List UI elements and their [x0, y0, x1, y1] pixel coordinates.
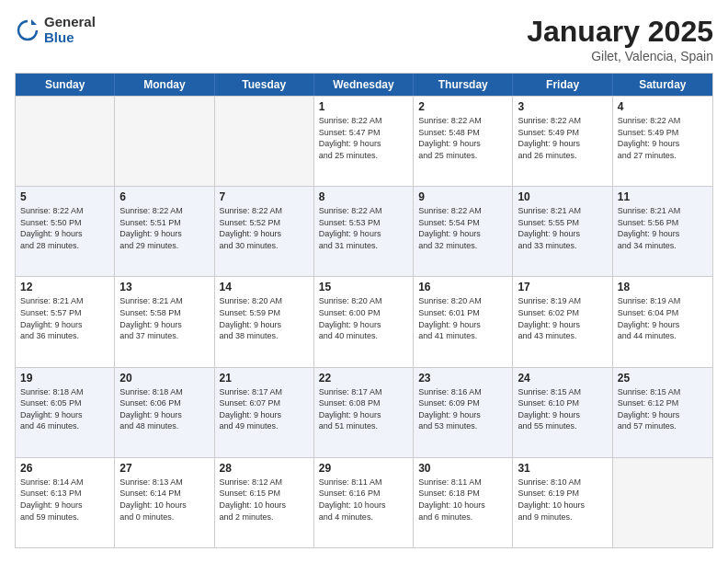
calendar-row-2: 12Sunrise: 8:21 AM Sunset: 5:57 PM Dayli…: [16, 276, 712, 366]
cell-info: Sunrise: 8:21 AM Sunset: 5:55 PM Dayligh…: [518, 205, 607, 251]
table-row: 13Sunrise: 8:21 AM Sunset: 5:58 PM Dayli…: [115, 277, 214, 366]
cell-info: Sunrise: 8:19 AM Sunset: 6:04 PM Dayligh…: [618, 295, 708, 341]
cell-info: Sunrise: 8:15 AM Sunset: 6:10 PM Dayligh…: [518, 386, 607, 432]
day-number: 14: [220, 281, 309, 293]
table-row: 29Sunrise: 8:11 AM Sunset: 6:16 PM Dayli…: [314, 458, 414, 547]
table-row: 17Sunrise: 8:19 AM Sunset: 6:02 PM Dayli…: [513, 277, 612, 366]
cell-info: Sunrise: 8:14 AM Sunset: 6:13 PM Dayligh…: [20, 477, 109, 523]
day-number: 22: [319, 372, 408, 385]
day-number: 18: [618, 281, 708, 293]
calendar-title: January 2025: [527, 15, 713, 49]
cell-info: Sunrise: 8:22 AM Sunset: 5:54 PM Dayligh…: [418, 205, 507, 251]
table-row: 1Sunrise: 8:22 AM Sunset: 5:47 PM Daylig…: [314, 97, 414, 186]
header-wednesday: Wednesday: [314, 74, 414, 96]
table-row: 9Sunrise: 8:22 AM Sunset: 5:54 PM Daylig…: [414, 187, 513, 276]
day-number: 24: [518, 372, 607, 385]
cell-info: Sunrise: 8:22 AM Sunset: 5:48 PM Dayligh…: [418, 115, 507, 161]
calendar-row-3: 19Sunrise: 8:18 AM Sunset: 6:05 PM Dayli…: [16, 367, 712, 457]
day-number: 25: [618, 372, 708, 385]
day-number: 6: [119, 190, 209, 203]
day-number: 26: [20, 462, 109, 475]
day-number: 13: [119, 281, 209, 293]
table-row: 19Sunrise: 8:18 AM Sunset: 6:05 PM Dayli…: [16, 368, 115, 457]
logo: General Blue: [15, 15, 96, 45]
table-row: 10Sunrise: 8:21 AM Sunset: 5:55 PM Dayli…: [513, 187, 612, 276]
table-row: 30Sunrise: 8:11 AM Sunset: 6:18 PM Dayli…: [414, 458, 513, 547]
calendar-body: 1Sunrise: 8:22 AM Sunset: 5:47 PM Daylig…: [16, 96, 712, 547]
cell-info: Sunrise: 8:18 AM Sunset: 6:05 PM Dayligh…: [20, 386, 109, 432]
table-row: [613, 458, 712, 547]
table-row: 6Sunrise: 8:22 AM Sunset: 5:51 PM Daylig…: [115, 187, 214, 276]
day-number: 3: [518, 100, 607, 113]
cell-info: Sunrise: 8:22 AM Sunset: 5:50 PM Dayligh…: [20, 205, 109, 251]
table-row: 24Sunrise: 8:15 AM Sunset: 6:10 PM Dayli…: [513, 368, 612, 457]
cell-info: Sunrise: 8:22 AM Sunset: 5:49 PM Dayligh…: [618, 115, 708, 161]
cell-info: Sunrise: 8:20 AM Sunset: 5:59 PM Dayligh…: [220, 295, 309, 341]
calendar-header: Sunday Monday Tuesday Wednesday Thursday…: [16, 74, 712, 96]
header-monday: Monday: [115, 74, 214, 96]
day-number: 11: [618, 190, 708, 203]
calendar-row-0: 1Sunrise: 8:22 AM Sunset: 5:47 PM Daylig…: [16, 96, 712, 186]
table-row: 25Sunrise: 8:15 AM Sunset: 6:12 PM Dayli…: [613, 368, 712, 457]
calendar-row-1: 5Sunrise: 8:22 AM Sunset: 5:50 PM Daylig…: [16, 186, 712, 276]
day-number: 19: [20, 372, 109, 385]
cell-info: Sunrise: 8:11 AM Sunset: 6:16 PM Dayligh…: [319, 477, 408, 523]
calendar-subtitle: Gilet, Valencia, Spain: [527, 49, 713, 63]
day-number: 23: [418, 372, 507, 385]
table-row: 8Sunrise: 8:22 AM Sunset: 5:53 PM Daylig…: [314, 187, 414, 276]
cell-info: Sunrise: 8:22 AM Sunset: 5:51 PM Dayligh…: [119, 205, 209, 251]
header-tuesday: Tuesday: [215, 74, 314, 96]
cell-info: Sunrise: 8:12 AM Sunset: 6:15 PM Dayligh…: [220, 477, 309, 523]
header-sunday: Sunday: [16, 74, 115, 96]
day-number: 30: [418, 462, 507, 475]
cell-info: Sunrise: 8:21 AM Sunset: 5:58 PM Dayligh…: [119, 295, 209, 341]
cell-info: Sunrise: 8:11 AM Sunset: 6:18 PM Dayligh…: [418, 477, 507, 523]
cell-info: Sunrise: 8:20 AM Sunset: 6:01 PM Dayligh…: [418, 295, 507, 341]
table-row: 5Sunrise: 8:22 AM Sunset: 5:50 PM Daylig…: [16, 187, 115, 276]
logo-general-text: General: [44, 15, 96, 30]
logo-icon: [15, 17, 40, 43]
table-row: 16Sunrise: 8:20 AM Sunset: 6:01 PM Dayli…: [414, 277, 513, 366]
day-number: 28: [220, 462, 309, 475]
title-block: January 2025 Gilet, Valencia, Spain: [527, 15, 713, 63]
day-number: 5: [20, 190, 109, 203]
cell-info: Sunrise: 8:21 AM Sunset: 5:56 PM Dayligh…: [618, 205, 708, 251]
logo-blue-text: Blue: [44, 30, 96, 46]
table-row: 18Sunrise: 8:19 AM Sunset: 6:04 PM Dayli…: [613, 277, 712, 366]
day-number: 2: [418, 100, 507, 113]
table-row: 15Sunrise: 8:20 AM Sunset: 6:00 PM Dayli…: [314, 277, 414, 366]
day-number: 8: [319, 190, 408, 203]
page: General Blue January 2025 Gilet, Valenci…: [0, 0, 728, 563]
cell-info: Sunrise: 8:19 AM Sunset: 6:02 PM Dayligh…: [518, 295, 607, 341]
cell-info: Sunrise: 8:13 AM Sunset: 6:14 PM Dayligh…: [119, 477, 209, 523]
cell-info: Sunrise: 8:17 AM Sunset: 6:08 PM Dayligh…: [319, 386, 408, 432]
cell-info: Sunrise: 8:17 AM Sunset: 6:07 PM Dayligh…: [220, 386, 309, 432]
day-number: 27: [119, 462, 209, 475]
table-row: 21Sunrise: 8:17 AM Sunset: 6:07 PM Dayli…: [215, 368, 314, 457]
day-number: 12: [20, 281, 109, 293]
table-row: 26Sunrise: 8:14 AM Sunset: 6:13 PM Dayli…: [16, 458, 115, 547]
day-number: 4: [618, 100, 708, 113]
day-number: 7: [220, 190, 309, 203]
cell-info: Sunrise: 8:18 AM Sunset: 6:06 PM Dayligh…: [119, 386, 209, 432]
calendar-row-4: 26Sunrise: 8:14 AM Sunset: 6:13 PM Dayli…: [16, 457, 712, 547]
day-number: 21: [220, 372, 309, 385]
day-number: 9: [418, 190, 507, 203]
cell-info: Sunrise: 8:20 AM Sunset: 6:00 PM Dayligh…: [319, 295, 408, 341]
day-number: 29: [319, 462, 408, 475]
cell-info: Sunrise: 8:22 AM Sunset: 5:52 PM Dayligh…: [220, 205, 309, 251]
day-number: 17: [518, 281, 607, 293]
day-number: 10: [518, 190, 607, 203]
day-number: 20: [119, 372, 209, 385]
calendar: Sunday Monday Tuesday Wednesday Thursday…: [15, 73, 713, 548]
table-row: [215, 97, 314, 186]
cell-info: Sunrise: 8:22 AM Sunset: 5:49 PM Dayligh…: [518, 115, 607, 161]
cell-info: Sunrise: 8:22 AM Sunset: 5:53 PM Dayligh…: [319, 205, 408, 251]
cell-info: Sunrise: 8:15 AM Sunset: 6:12 PM Dayligh…: [618, 386, 708, 432]
table-row: 20Sunrise: 8:18 AM Sunset: 6:06 PM Dayli…: [115, 368, 214, 457]
cell-info: Sunrise: 8:21 AM Sunset: 5:57 PM Dayligh…: [20, 295, 109, 341]
table-row: [16, 97, 115, 186]
table-row: 28Sunrise: 8:12 AM Sunset: 6:15 PM Dayli…: [215, 458, 314, 547]
cell-info: Sunrise: 8:22 AM Sunset: 5:47 PM Dayligh…: [319, 115, 408, 161]
header-thursday: Thursday: [414, 74, 513, 96]
